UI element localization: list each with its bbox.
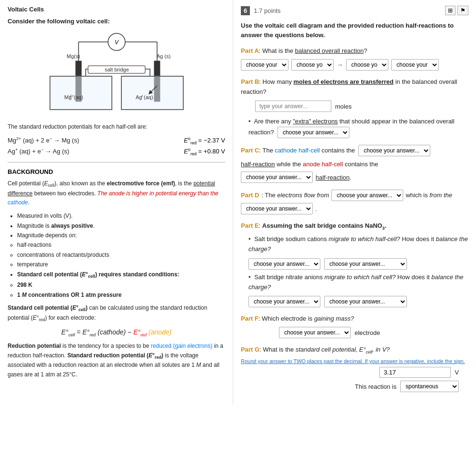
part-c-label-container: Part C: The cathode half-cell contains t…	[241, 145, 468, 156]
part-f-dropdown[interactable]: choose your answer... Mg Ag	[279, 327, 351, 338]
part-g-label-container: Part G: What is the standard cell potent…	[241, 345, 468, 355]
part-d-dropdown-1[interactable]: choose your answer... anode cathode	[331, 190, 403, 201]
part-e-sodium-balance[interactable]: choose your answer... increases positive…	[324, 258, 407, 270]
moles-label: moles	[335, 103, 352, 110]
part-c-text: : The cathode half-cell contains the	[259, 147, 357, 154]
part-f-label-container: Part F: Which electrode is gaining mass?	[241, 314, 468, 324]
reaction-label: This reaction is	[355, 383, 397, 390]
part-g-text: : What is the standard cell potential, E…	[259, 346, 390, 353]
part-a-dropdowns: choose your MgAgMg²⁺Ag⁺2Ag2Ag⁺ choose yo…	[241, 59, 468, 71]
part-g-spontaneous-dropdown[interactable]: spontaneous nonspontaneous	[400, 381, 459, 392]
reduction-table: Mg2+ (aq) + 2 e− → Mg (s) Eored = −2.37 …	[8, 136, 225, 156]
part-a-section: Part A: What is the balanced overall rea…	[241, 46, 468, 71]
part-e-section: Part E: Assuming the salt bridge contain…	[241, 221, 468, 307]
reaction-2-left: Ag+ (aq) + e− → Ag (s)	[8, 147, 69, 156]
question-header: 6 1.7 points ⊞ ⚑	[241, 6, 468, 15]
question-points: 1.7 points	[254, 7, 280, 14]
part-c-section: Part C: The cathode half-cell contains t…	[241, 145, 468, 183]
voltaic-cell-diagram: V Mg(s) Ag (s)	[8, 29, 225, 117]
part-f-label: Part F	[241, 315, 258, 322]
reaction-2-right: Eored = +0.80 V	[184, 147, 225, 156]
part-b-label-container: Part B: How many moles of electrons are …	[241, 77, 468, 97]
part-e-text: : Assuming the salt bridge contains NaNO…	[259, 222, 387, 229]
svg-text:Ag (s): Ag (s)	[157, 53, 170, 59]
standard-cell-para: Standard cell potential (E°cell) can be …	[8, 303, 225, 324]
part-a-dropdown-1[interactable]: choose your MgAgMg²⁺Ag⁺2Ag2Ag⁺	[241, 59, 288, 71]
moles-input[interactable]	[255, 101, 331, 112]
part-d-text: : The electrons flow from	[261, 190, 329, 201]
calculator-icon[interactable]: ⊞	[445, 6, 456, 15]
part-a-label-container: Part A: What is the balanced overall rea…	[241, 46, 468, 56]
part-e-bullet1: • Salt bridge sodium cations migrate to …	[248, 234, 468, 254]
question-number: 6	[241, 6, 250, 15]
bg-para1: Cell potential (Ecell), also known as th…	[8, 179, 225, 207]
part-b-label: Part B	[241, 78, 259, 85]
part-d-label: Part D	[241, 190, 259, 201]
part-b-section: Part B: How many moles of electrons are …	[241, 77, 468, 138]
part-g-answer-row: V	[241, 367, 468, 378]
part-d-period: .	[315, 205, 317, 212]
page-title: Voltaic Cells	[8, 6, 225, 13]
part-a-dropdown-2[interactable]: choose yo MgAgMg²⁺Ag⁺2Ag2Ag⁺	[291, 59, 334, 71]
reaction-1-right: Eored = −2.37 V	[184, 136, 225, 145]
part-c-dropdown-2[interactable]: choose your answer... Mg²⁺/Mg Ag⁺/Ag	[241, 172, 313, 183]
svg-text:salt bridge: salt bridge	[105, 67, 129, 72]
flag-icon[interactable]: ⚑	[457, 6, 468, 15]
part-g-note: Round your answer to TWO places past the…	[241, 358, 468, 364]
part-c-dropdown-1[interactable]: choose your answer... Mg²⁺/Mg Ag⁺/Ag	[358, 145, 430, 156]
part-f-electrode-row: choose your answer... Mg Ag electrode	[279, 327, 468, 338]
part-a-dropdown-4[interactable]: choose your MgAgMg²⁺Ag⁺2Ag2Ag⁺	[391, 59, 439, 71]
svg-text:Mg(s): Mg(s)	[67, 53, 80, 59]
part-g-label: Part G	[241, 346, 259, 353]
background-bullets: Measured in volts (V). Magnitude is alwa…	[17, 211, 225, 300]
part-a-text: : What is the balanced overall reaction?	[259, 47, 367, 54]
svg-text:(aq): (aq)	[74, 94, 83, 100]
reaction-1-left: Mg2+ (aq) + 2 e− → Mg (s)	[8, 136, 79, 145]
reduction-potential-para: Reduction potential is the tendency for …	[8, 342, 225, 379]
background-header: BACKGROUND	[8, 168, 225, 175]
part-e-nitrate-balance[interactable]: choose your answer... increases positive…	[324, 296, 407, 307]
part-e-sodium-halfcell[interactable]: choose your answer... Mg half-cell Ag ha…	[248, 258, 320, 270]
part-g-reaction-row: This reaction is spontaneous nonspontane…	[241, 381, 468, 392]
part-a-label: Part A	[241, 47, 259, 54]
part-d-section: Part D : The electrons flow from choose …	[241, 190, 468, 214]
arrow-symbol: →	[337, 61, 343, 69]
reduction-potentials-label: The standard reduction potentials for ea…	[8, 122, 225, 131]
svg-rect-11	[50, 77, 111, 109]
part-e-nitrate-halfcell[interactable]: choose your answer... Mg half-cell Ag ha…	[248, 296, 320, 307]
extra-electrons-dropdown[interactable]: choose your answer... Yes No	[278, 127, 349, 138]
part-e-dropdowns-1: choose your answer... Mg half-cell Ag ha…	[248, 258, 468, 270]
part-d-row2: choose your answer... anode cathode .	[241, 203, 468, 214]
part-c-row2: half-reaction while the anode half-cell …	[241, 159, 468, 170]
svg-text:(aq): (aq)	[144, 94, 153, 100]
extra-electrons-question: • Are there any "extra" electrons that s…	[248, 117, 468, 138]
part-e-dropdowns-2: choose your answer... Mg half-cell Ag ha…	[248, 296, 468, 307]
part-g-section: Part G: What is the standard cell potent…	[241, 345, 468, 392]
svg-text:V: V	[114, 39, 119, 46]
part-e-bullet2: • Salt bridge nitrate anions migrate to …	[248, 273, 468, 293]
part-b-text: : How many moles of electrons are transf…	[241, 78, 457, 95]
svg-text:+: +	[141, 94, 143, 98]
part-c-label: Part C	[241, 147, 259, 154]
formula-display: E°cell = E°red (cathode) − E°red (anode)	[8, 328, 225, 337]
part-f-section: Part F: Which electrode is gaining mass?…	[241, 314, 468, 338]
part-c-dropdown-row: choose your answer... Mg²⁺/Mg Ag⁺/Ag hal…	[241, 172, 468, 183]
moles-row: moles	[255, 101, 468, 112]
part-d-which: which is from the	[406, 190, 452, 201]
consider-text: Consider the following voltaic cell:	[8, 18, 225, 25]
part-c-suffix: half-reaction.	[316, 174, 351, 181]
part-e-label-container: Part E: Assuming the salt bridge contain…	[241, 221, 468, 232]
part-g-v-label: V	[455, 369, 459, 376]
instruction-text: Use the voltaic cell diagram and the pro…	[241, 21, 468, 40]
part-g-input[interactable]	[379, 367, 451, 378]
part-d-row: Part D : The electrons flow from choose …	[241, 190, 468, 201]
part-f-electrode-label: electrode	[355, 329, 380, 336]
part-a-dropdown-3[interactable]: choose yo MgAgMg²⁺Ag⁺2Ag2Ag⁺	[346, 59, 388, 71]
part-e-label: Part E	[241, 222, 259, 229]
part-d-dropdown-2[interactable]: choose your answer... anode cathode	[241, 203, 313, 214]
part-f-text: : Which electrode is gaining mass?	[258, 315, 354, 322]
svg-rect-13	[122, 77, 183, 109]
